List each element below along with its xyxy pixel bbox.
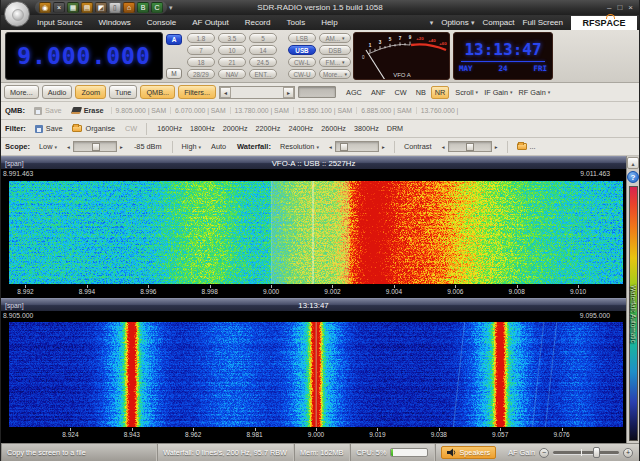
volume-minus-button[interactable]: − (539, 448, 549, 458)
band-button-24-5[interactable]: 24.5 (249, 57, 277, 67)
toolbar-button-tune[interactable]: Tune (109, 85, 137, 99)
mode-button-more[interactable]: More...▾ (319, 69, 351, 79)
mode-button-cw-u[interactable]: CW-U (288, 69, 316, 79)
toolbar-button-audio[interactable]: Audio (42, 85, 73, 99)
slider-right-icon[interactable]: ▸ (379, 141, 388, 153)
menu-item-record[interactable]: Record (245, 18, 271, 27)
minimize-button[interactable]: – (607, 3, 611, 12)
maximize-button[interactable]: □ (617, 3, 622, 12)
menu-item-options[interactable]: Options ▾ (441, 18, 474, 27)
filter-save-button[interactable]: Save (32, 122, 66, 136)
band-button-7[interactable]: 7 (187, 45, 215, 55)
dsp-toggle-anf[interactable]: ANF (371, 88, 386, 97)
toolbar-dropdown-rf-gain[interactable]: RF Gain▾ (519, 88, 551, 97)
band-button-3-5[interactable]: 3.5 (218, 33, 246, 43)
toolbar-button-qmb[interactable]: QMB... (140, 85, 175, 99)
frequency-display[interactable]: 9.000.000 (5, 32, 163, 80)
qmb-save-button[interactable]: Save (31, 104, 65, 118)
slider-left-icon[interactable]: ◂ (439, 141, 448, 153)
waterfall-wide[interactable] (9, 322, 623, 427)
filter-width-2400hz[interactable]: 2400Hz (284, 124, 317, 133)
waterfall-vfo-a[interactable] (9, 181, 623, 284)
scrollbar-track[interactable] (231, 87, 283, 98)
console-b-icon[interactable]: B (137, 2, 149, 13)
dsp-toggle-nb[interactable]: NB (416, 88, 426, 97)
menu-item-full-screen[interactable]: Full Screen (523, 18, 563, 27)
menu-item-help[interactable]: Help (321, 18, 337, 27)
help-icon[interactable]: ? (627, 171, 639, 183)
filter-organise-button[interactable]: Organise (69, 122, 118, 136)
qmb-entry[interactable]: 15.850.100 | SAM (293, 107, 356, 114)
menu-item-compact[interactable]: Compact (483, 18, 515, 27)
waterfall-resolution-slider[interactable]: ◂ ▸ (326, 141, 388, 153)
scope-low-slider[interactable]: ◂ ▸ (64, 141, 126, 153)
band-button-21[interactable]: 21 (218, 57, 246, 67)
contacts-icon[interactable]: ◩ (95, 2, 107, 13)
mode-button-am[interactable]: AM...▾ (319, 33, 351, 43)
filter-width-3800hz[interactable]: 3800Hz (350, 124, 383, 133)
mode-button-cw-l[interactable]: CW-L (288, 57, 316, 67)
slider-track[interactable] (73, 141, 117, 152)
slider-thumb[interactable] (340, 143, 348, 151)
band-button-5[interactable]: 5 (249, 33, 277, 43)
menu-item-af-output[interactable]: AF Output (192, 18, 228, 27)
vfo-m-button[interactable]: M (166, 68, 182, 79)
waterfall-resolution-dropdown[interactable]: Resolution▾ (280, 142, 319, 151)
slider-left-icon[interactable]: ◂ (326, 141, 335, 153)
scope-high-dropdown[interactable]: High▾ (182, 142, 202, 151)
toolbar-button-filters[interactable]: Filters... (178, 85, 216, 99)
panel1-span-button[interactable]: [span] (5, 160, 24, 167)
menu-item-console[interactable]: Console (147, 18, 176, 27)
qmb-entry[interactable]: 13.780.000 | SAM (230, 107, 293, 114)
mode-button-dsb[interactable]: DSB (319, 45, 351, 55)
filter-cw-button[interactable]: CW (122, 122, 140, 136)
nr-toggle[interactable]: NR (431, 86, 450, 99)
speakers-button[interactable]: Speakers (441, 446, 496, 459)
band-button-nav[interactable]: NAV (218, 69, 246, 79)
mode-button-lsb[interactable]: LSB (288, 33, 316, 43)
toolbar-button-zoom[interactable]: Zoom (75, 85, 106, 99)
vfo-a-button[interactable]: A (166, 34, 182, 45)
toolbar-dropdown-scroll[interactable]: Scroll▾ (455, 88, 478, 97)
qmb-entry[interactable]: 6.885.000 | SAM (356, 107, 416, 114)
slider-track[interactable] (448, 141, 492, 152)
waterfall-contrast-slider[interactable]: ◂ ▸ (439, 141, 501, 153)
app-menu-button[interactable] (4, 1, 30, 27)
console-c-icon[interactable]: C (151, 2, 163, 13)
slider-left-icon[interactable]: ◂ (64, 141, 73, 153)
panel1-header[interactable]: [span] VFO-A :: USB :: 2527Hz (1, 156, 626, 169)
qmb-entry[interactable]: 6.070.000 | SAM (170, 107, 230, 114)
scroll-right-icon[interactable]: ▸ (283, 87, 294, 98)
menu-item-input-source[interactable]: Input Source (37, 18, 82, 27)
close-button[interactable]: × (628, 3, 633, 12)
filter-width-drm[interactable]: DRM (383, 124, 407, 133)
band-button-10[interactable]: 10 (218, 45, 246, 55)
waterfall-color-gradient[interactable]: Waterfall: Automatic (629, 186, 638, 441)
slider-track[interactable] (335, 141, 379, 152)
document-icon[interactable]: ▯ (109, 2, 121, 13)
dsp-toggle-agc[interactable]: AGC (346, 88, 362, 97)
filter-width-2200hz[interactable]: 2200Hz (252, 124, 285, 133)
tools-icon[interactable]: × (53, 2, 65, 13)
menu-item-tools[interactable]: Tools (286, 18, 305, 27)
filter-width-1800hz[interactable]: 1800Hz (186, 124, 219, 133)
band-button-14[interactable]: 14 (249, 45, 277, 55)
mode-button-fm[interactable]: FM...▾ (319, 57, 351, 67)
collapse-chevron-button[interactable]: ▴ (627, 157, 639, 169)
slider-right-icon[interactable]: ▸ (117, 141, 126, 153)
qmb-entry[interactable]: 9.805.000 | SAM (111, 107, 171, 114)
mode-button-usb[interactable]: USB (288, 45, 316, 55)
band-button-ent[interactable]: ENT... (249, 69, 277, 79)
calendar-icon[interactable]: ▤ (81, 2, 93, 13)
volume-plus-button[interactable]: + (623, 448, 633, 458)
band-button-18[interactable]: 18 (187, 57, 215, 67)
qmb-entry[interactable]: 13.760.000 | (416, 107, 463, 114)
slider-thumb[interactable] (466, 143, 474, 151)
qmb-erase-button[interactable]: Erase (69, 104, 107, 118)
filter-width-2600hz[interactable]: 2600Hz (317, 124, 350, 133)
dsp-toggle-cw[interactable]: CW (395, 88, 407, 97)
panel2-header[interactable]: [span] 13:13:47 (1, 298, 626, 311)
menu-item-windows[interactable]: Windows (98, 18, 130, 27)
menu-overflow-chevron-icon[interactable]: ▾ (430, 19, 434, 27)
af-gain-slider[interactable] (553, 451, 619, 454)
